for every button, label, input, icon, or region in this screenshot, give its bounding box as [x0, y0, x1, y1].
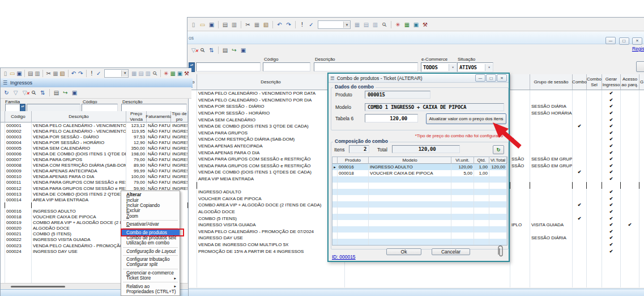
filter-icon[interactable]: ▽ [11, 88, 20, 97]
print-icon[interactable]: ▤ [52, 88, 61, 97]
table-row[interactable]: 000004VENDA POR SESSÃO - HORÁRIO12,90NÃO… [1, 139, 188, 145]
registros-link[interactable]: Regist [632, 46, 644, 52]
search-icon[interactable]: ⚲ [28, 87, 40, 99]
grid-row[interactable]: 000018VOUCHER CAIXA DE PIPOCA5,001,00 [332, 170, 507, 176]
redo-icon[interactable]: ↷ [284, 20, 293, 29]
export-icon[interactable]: ↪ [230, 46, 238, 54]
dialog-titlebar[interactable]: ☰ Combo de produtos - Ticket (ALTERAR) —… [329, 74, 509, 83]
menu-item-relativo-ao[interactable]: Relativo ao▸ [121, 284, 180, 289]
print-preview-icon[interactable]: ▥ [230, 20, 238, 29]
sort-icon[interactable]: ⇅ [207, 46, 216, 54]
menu-item-configurar-tributa-o[interactable]: Configurar tributação [121, 257, 180, 262]
grid-row[interactable] [332, 176, 507, 183]
calendar-icon[interactable]: ▦ [403, 20, 411, 29]
grid-row[interactable] [332, 226, 507, 232]
table-row[interactable]: 000011VENDA PARA GRUPOS COM SESSÃO e RES… [1, 180, 188, 185]
situacao-select[interactable]: ATIVOS▾ [457, 62, 493, 72]
grid-row[interactable] [332, 183, 507, 189]
search-icon[interactable]: ⚲ [197, 44, 208, 56]
paste-icon[interactable]: ▧ [59, 69, 65, 78]
ecommerce-select[interactable]: TODOS▾ [421, 62, 457, 72]
descricao-filter-input[interactable] [314, 62, 418, 71]
grid-row[interactable] [332, 208, 507, 214]
sort-icon[interactable]: ⇅ [39, 88, 47, 97]
maximize-button[interactable]: ▢ [619, 37, 629, 45]
codigo-filter-input[interactable] [263, 62, 310, 71]
menu-item-gerenciar-e-commerce[interactable]: Gerenciar e-commerce [121, 270, 180, 276]
scrollbar-thumb[interactable] [11, 286, 65, 287]
close-button[interactable]: ✕ [632, 37, 642, 45]
exclamation-icon[interactable]: ! [88, 69, 95, 78]
copy-icon[interactable]: ▦ [253, 20, 261, 29]
table-row[interactable] [187, 268, 644, 274]
table-row[interactable]: 000006VENDA DE COMBO (DOIS ITENS 1 QTDE … [1, 151, 188, 157]
zoom-doc-icon[interactable]: ⚲ [378, 19, 390, 31]
table-row[interactable]: 000005VENDA SEM CALENDÁRIO350,00NÃO FATU… [1, 145, 188, 151]
open-icon[interactable]: ▭ [198, 20, 207, 29]
print-icon[interactable]: ▤ [221, 46, 229, 54]
paste-icon[interactable]: ▧ [262, 20, 270, 29]
copy-icon[interactable]: ▦ [52, 69, 58, 78]
table-row[interactable]: 000009VENDA APENAS ANTECIPADA99,99NÃO FA… [1, 168, 188, 174]
wizard-icon[interactable]: ✳ [163, 69, 169, 78]
table-row[interactable]: 000007VENDA PARA GRUPOS79,00NÃO FATURARI… [1, 157, 188, 163]
menu-item-ticket-store[interactable]: Ticket Store▸ [121, 276, 180, 281]
tabela-valor-input[interactable]: 120,00 [365, 114, 418, 122]
menu-item-configurar-split[interactable]: Configurar split [121, 262, 180, 267]
menu-item-desativar-ativar[interactable]: Desativar/Ativar [121, 222, 180, 227]
menu-item-combo-de-produtos[interactable]: Combo de produtos [121, 230, 180, 235]
export-icon[interactable]: ↪ [61, 88, 70, 97]
grid-icon[interactable]: ▦ [131, 69, 137, 78]
save-icon[interactable]: ▣ [16, 69, 22, 78]
codigo-filter-input[interactable] [82, 104, 118, 112]
descricao-filter-input[interactable] [121, 104, 187, 112]
new-icon[interactable]: ▯ [2, 69, 8, 78]
undo-icon[interactable]: ↶ [70, 69, 76, 78]
zoom-doc-icon[interactable]: ⚲ [150, 68, 160, 78]
familia-input[interactable] [5, 104, 20, 112]
redo-icon[interactable]: ↷ [78, 69, 84, 78]
exclamation-icon[interactable]: ! [298, 20, 306, 29]
open-icon[interactable]: ▭ [9, 69, 15, 78]
table-row[interactable]: 000010VENDA APENAS PARA O DIA100,00NÃO F… [1, 174, 188, 180]
minimize-button[interactable]: — [605, 37, 616, 44]
save-icon[interactable]: ▣ [239, 46, 248, 54]
cut-icon[interactable]: ✂ [45, 69, 52, 78]
save-icon[interactable]: ▣ [70, 88, 79, 97]
consultar-button[interactable]: Co [636, 61, 644, 72]
table-row[interactable]: 000008VENDA COM RESTRIÇÃO DIÁRIA (SAB-DO… [1, 163, 188, 168]
menu-item-zoom[interactable]: Zoom [121, 214, 180, 219]
print-preview-icon[interactable]: ▥ [34, 69, 40, 78]
menu-item-incluir[interactable]: Incluir [121, 197, 180, 202]
menu-item-excluir[interactable]: Excluir [121, 208, 180, 213]
grid-row[interactable] [332, 220, 507, 226]
undo-icon[interactable]: ↶ [275, 20, 284, 29]
menu-item-propriedades-ctrl-t[interactable]: Propriedades (CTRL+T) [121, 289, 180, 294]
grid-row[interactable] [332, 239, 507, 245]
menu-item-configura-o-de-layout[interactable]: Configuração de Layout [121, 249, 180, 254]
close-button[interactable]: ✕ [497, 74, 507, 82]
table-row[interactable] [187, 261, 644, 268]
ingressos-titlebar[interactable]: ☰ Ingressos [1, 78, 193, 88]
ok-button[interactable]: Ok [386, 248, 421, 255]
window-menu-icon[interactable]: ☰ [330, 75, 335, 81]
menu-item-alterar[interactable]: Alterar [121, 192, 180, 197]
grid-row[interactable] [332, 189, 507, 195]
table-row[interactable]: 000002VENDA PELO CALENDÁRIO - VENCIMENTO… [1, 128, 188, 134]
grid-row[interactable]: ▸000016INGRESSO ADULTO120,001,00120,00 [332, 164, 507, 170]
window-icon[interactable]: ▣ [177, 69, 183, 78]
grid-icon[interactable]: ▦ [353, 20, 361, 29]
new-icon[interactable]: ▯ [189, 20, 198, 29]
grid-row[interactable] [332, 195, 507, 201]
filter-grid-icon[interactable]: ▤ [138, 69, 144, 78]
filter-grid-icon[interactable]: ▤ [362, 20, 370, 29]
grid-row[interactable] [332, 214, 507, 220]
print-icon[interactable]: ▤ [221, 20, 229, 29]
minimize-button[interactable]: — [475, 74, 485, 82]
validate-icon[interactable]: ✓ [307, 20, 315, 29]
tools-icon[interactable]: ⚒ [421, 20, 429, 29]
table-row[interactable]: 000001VENDA PELO CALENDÁRIO - VENCIMENTO… [1, 122, 188, 128]
maximize-button[interactable]: ▢ [486, 74, 496, 82]
menu-item-incluir-copiando[interactable]: Incluir Copiando [121, 203, 180, 208]
grid-row[interactable] [332, 201, 507, 208]
